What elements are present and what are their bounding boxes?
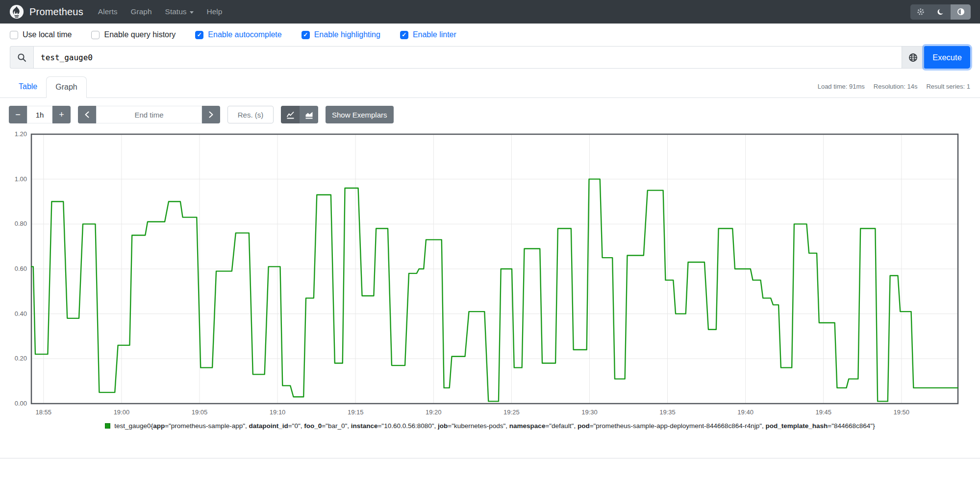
x-axis-tick-label: 19:05 [192, 408, 208, 416]
x-axis-tick-label: 19:10 [270, 408, 286, 416]
option-enable-query-history[interactable]: Enable query history [91, 30, 176, 39]
series-color-swatch [105, 423, 110, 429]
chevron-left-icon [84, 111, 90, 118]
y-axis-tick-label: 1.20 [15, 130, 27, 138]
option-label: Enable highlighting [314, 30, 380, 39]
half-circle-contrast-icon [957, 8, 965, 16]
tabs-row: TableGraph Load time: 91msResolution: 14… [0, 76, 980, 98]
series-line [31, 179, 958, 402]
graph-panel: − + [0, 98, 980, 430]
end-time-input[interactable] [96, 106, 202, 123]
checkbox-enable-highlighting[interactable] [302, 31, 310, 39]
search-icon [10, 46, 33, 69]
gear-icon [917, 8, 925, 16]
x-axis-tick-label: 19:50 [894, 408, 910, 416]
stat-result-series: Result series: 1 [926, 83, 970, 90]
end-time-group [78, 106, 220, 123]
end-time-back-button[interactable] [78, 106, 96, 123]
chevron-right-icon [208, 111, 214, 118]
x-axis-tick-label: 19:30 [581, 408, 598, 416]
checkbox-enable-linter[interactable] [400, 31, 408, 39]
top-navbar: Prometheus AlertsGraphStatusHelp [0, 0, 980, 24]
query-options-row: Use local timeEnable query historyEnable… [0, 24, 980, 45]
x-axis-tick-label: 19:15 [348, 408, 364, 416]
checkbox-use-local-time[interactable] [10, 31, 18, 39]
y-axis-tick-label: 0.60 [15, 265, 27, 272]
y-axis-tick-label: 0.40 [15, 310, 27, 317]
tab-table[interactable]: Table [10, 76, 46, 97]
stacked-chart-icon [305, 111, 313, 119]
brand-title: Prometheus [29, 6, 83, 18]
y-axis-tick-label: 0.00 [15, 400, 27, 407]
line-chart-icon [286, 111, 295, 119]
x-axis-tick-label: 19:25 [503, 408, 520, 416]
nav-link-alerts[interactable]: Alerts [98, 7, 118, 16]
checkbox-enable-query-history[interactable] [91, 31, 100, 39]
query-bar: Execute [10, 46, 970, 69]
series-legend[interactable]: test_gauge0{app="prometheus-sample-app",… [9, 422, 971, 430]
expression-input[interactable] [33, 46, 902, 69]
nav-link-status[interactable]: Status [165, 7, 194, 16]
moon-icon [937, 8, 944, 16]
caret-down-icon [190, 11, 194, 14]
stat-load-time: Load time: 91ms [818, 83, 865, 90]
y-axis-tick-label: 1.00 [15, 175, 27, 183]
graph-controls: − + [9, 106, 971, 123]
panel-tabs: TableGraph [10, 76, 87, 97]
range-input[interactable] [27, 106, 52, 123]
range-decrease-button[interactable]: − [9, 106, 27, 123]
range-group: − + [9, 106, 71, 123]
y-axis-tick-label: 0.80 [15, 220, 27, 227]
nav-links: AlertsGraphStatusHelp [98, 7, 223, 16]
line-chart-toggle-button[interactable] [281, 106, 300, 123]
metrics-explorer-globe-button[interactable] [902, 46, 924, 69]
x-axis-tick-label: 19:00 [114, 408, 130, 416]
theme-toggle-group [910, 4, 971, 20]
option-enable-autocomplete[interactable]: Enable autocomplete [195, 30, 281, 39]
nav-link-help[interactable]: Help [207, 7, 223, 16]
chart-type-group [281, 106, 318, 123]
x-axis-tick-label: 19:35 [659, 408, 676, 416]
option-label: Use local time [23, 30, 72, 39]
tab-graph[interactable]: Graph [46, 76, 86, 98]
option-label: Enable linter [413, 30, 456, 39]
end-time-forward-button[interactable] [202, 106, 220, 123]
auto-theme-button[interactable] [951, 4, 971, 20]
resolution-input[interactable] [227, 106, 274, 123]
x-axis-tick-label: 19:45 [815, 408, 831, 416]
dark-theme-button[interactable] [930, 4, 951, 20]
option-label: Enable query history [104, 30, 176, 39]
option-enable-linter[interactable]: Enable linter [400, 30, 456, 39]
series-label-text: test_gauge0{app="prometheus-sample-app",… [114, 422, 875, 430]
y-axis-tick-label: 0.20 [15, 355, 27, 362]
settings-gear-button[interactable] [910, 4, 930, 20]
option-enable-highlighting[interactable]: Enable highlighting [302, 30, 380, 39]
option-label: Enable autocomplete [208, 30, 281, 39]
x-axis-tick-label: 19:20 [426, 408, 442, 416]
query-stats: Load time: 91msResolution: 14sResult ser… [818, 83, 970, 97]
checkbox-enable-autocomplete[interactable] [195, 31, 203, 39]
show-exemplars-button[interactable]: Show Exemplars [326, 106, 394, 123]
nav-link-graph[interactable]: Graph [130, 7, 151, 16]
x-axis-tick-label: 18:55 [36, 408, 52, 416]
prometheus-brand[interactable]: Prometheus [9, 4, 83, 19]
graph-canvas[interactable]: 0.000.200.400.600.801.001.2018:5519:0019… [9, 129, 971, 419]
execute-button[interactable]: Execute [924, 46, 970, 69]
range-increase-button[interactable]: + [52, 106, 71, 123]
globe-icon [908, 53, 918, 62]
panel-divider [0, 458, 980, 458]
stacked-chart-toggle-button[interactable] [300, 106, 318, 123]
prometheus-torch-icon [9, 4, 24, 19]
option-use-local-time[interactable]: Use local time [10, 30, 72, 39]
x-axis-tick-label: 19:40 [737, 408, 754, 416]
stat-resolution: Resolution: 14s [874, 83, 918, 90]
